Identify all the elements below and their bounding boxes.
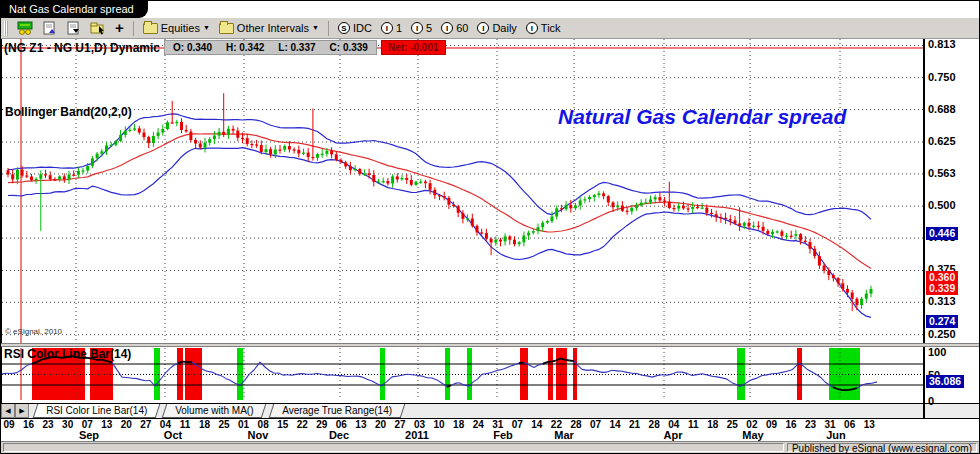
date-axis[interactable]: 0916233007132027041118250108152229061320…: [1, 419, 979, 441]
idc-label: IDC: [353, 22, 372, 34]
page-arrow-icon: [42, 21, 57, 35]
window-titlebar: Nat Gas Calendar spread: [1, 1, 979, 18]
rsi-panel: RSI Color Line Bar(14) 10050036.086: [1, 347, 979, 404]
price-axis-label: 0.813: [928, 38, 956, 51]
date-tick: 23: [43, 419, 54, 430]
folder-icon: [219, 23, 234, 34]
low-value: L: 0.337: [278, 42, 315, 53]
toolbar: + Equities ▼ Other Intervals ▼ S IDC I 1…: [1, 18, 979, 39]
month-label: Jun: [826, 429, 846, 441]
window-title-tab[interactable]: Nat Gas Calendar spread: [1, 1, 148, 18]
equities-dropdown[interactable]: Equities ▼: [141, 19, 212, 37]
toolbar-grip[interactable]: [4, 21, 8, 36]
main-chart-svg[interactable]: [2, 39, 924, 343]
tab-rsi-color-line-bar[interactable]: RSI Color Line Bar(14): [33, 404, 161, 418]
interval-5-label: 5: [426, 22, 432, 34]
rsi-svg[interactable]: [2, 347, 924, 403]
price-axis-label: 0.688: [928, 103, 956, 116]
date-tick: 13: [864, 419, 875, 430]
rsi-axis-label: 0: [928, 395, 934, 408]
month-label: Apr: [664, 429, 683, 441]
price-axis-label: 0.625: [928, 135, 956, 148]
chart-annotation[interactable]: Natural Gas Calendar spread: [558, 105, 846, 129]
folder-pointer-icon: [90, 21, 106, 35]
chevron-down-icon: ▼: [203, 23, 210, 33]
esignal-window: Nat Gas Calendar spread + Equities ▼ Oth…: [0, 0, 980, 454]
tabs-spacer: [402, 404, 923, 418]
price-axis-label: 0.250: [928, 328, 956, 341]
scroll-right-icon: ▶: [19, 407, 24, 415]
month-label: Dec: [329, 429, 349, 441]
interval-icon: I: [477, 22, 489, 34]
interval-tick-button[interactable]: I Tick: [524, 19, 563, 37]
scroll-left-icon: ◀: [5, 407, 10, 415]
date-tick: 13: [101, 419, 112, 430]
interval-icon: I: [381, 22, 393, 34]
bollinger-study-label[interactable]: Bollinger Band(20,2,0): [5, 105, 132, 119]
interval-icon: I: [411, 22, 423, 34]
publisher-label: Published by eSignal (www.esignal.com): [787, 443, 977, 452]
study-tabs-row: ◀ ▶ RSI Color Line Bar(14) Volume with M…: [1, 404, 979, 419]
idc-button[interactable]: S IDC: [336, 19, 374, 37]
toolbar-separator: [328, 21, 329, 36]
properties-button[interactable]: [88, 19, 108, 37]
ohlc-box: O: 0.340 H: 0.342 L: 0.337 C: 0.339: [164, 40, 377, 55]
price-axis[interactable]: 0.8130.7500.6880.6250.5630.5000.4380.375…: [923, 39, 979, 343]
net-change-badge: Net: -0.001: [381, 40, 446, 55]
rsi-value-badge: 36.086: [926, 375, 964, 388]
high-value: H: 0.342: [226, 42, 264, 53]
symbol-label: (NG Z1 - NG U1,D) Dynamic: [4, 41, 160, 55]
interval-1-button[interactable]: I 1: [379, 19, 404, 37]
date-tick: 14: [609, 419, 620, 430]
plus-icon: +: [115, 21, 124, 35]
rsi-axis[interactable]: 10050036.086: [923, 347, 979, 403]
date-tick: 13: [355, 419, 366, 430]
date-tick: 11: [688, 419, 699, 430]
date-tick: 22: [297, 419, 308, 430]
signal-manager-icon: [17, 21, 33, 35]
tab-volume-with-ma[interactable]: Volume with MA(): [162, 404, 267, 418]
other-intervals-label: Other Intervals: [237, 22, 309, 34]
price-axis-label: 0.750: [928, 71, 956, 84]
price-badge-0.274: 0.274: [926, 315, 958, 328]
month-label: 2011: [405, 429, 429, 441]
date-tick: 29: [316, 419, 327, 430]
interval-daily-button[interactable]: I Daily: [475, 19, 518, 37]
date-tick: 30: [62, 419, 73, 430]
date-tick: 20: [375, 419, 386, 430]
signal-manager-button[interactable]: [15, 19, 35, 37]
other-intervals-dropdown[interactable]: Other Intervals ▼: [217, 19, 321, 37]
price-axis-label: 0.563: [928, 167, 956, 180]
interval-60-label: 60: [456, 22, 468, 34]
chevron-down-icon: ▼: [312, 23, 319, 33]
add-button[interactable]: +: [113, 19, 126, 37]
tab-scroll-left-button[interactable]: ◀: [1, 404, 15, 418]
month-label: May: [742, 429, 763, 441]
date-tick: 20: [121, 419, 132, 430]
rsi-study-label[interactable]: RSI Color Line Bar(14): [4, 347, 131, 361]
tab-scroll-right-button[interactable]: ▶: [15, 404, 29, 418]
interval-tick-label: Tick: [541, 22, 561, 34]
close-value: C: 0.339: [330, 42, 368, 53]
date-tick: 24: [473, 419, 484, 430]
month-label: Feb: [493, 429, 513, 441]
interval-5-button[interactable]: I 5: [409, 19, 434, 37]
interval-icon: I: [526, 22, 538, 34]
interval-icon: I: [441, 22, 453, 34]
date-tick: 09: [3, 419, 14, 430]
window-title: Nat Gas Calendar spread: [9, 3, 134, 15]
date-tick: 14: [531, 419, 542, 430]
date-tick: 21: [629, 419, 640, 430]
paste-page-button[interactable]: [64, 19, 83, 37]
open-value: O: 0.340: [173, 42, 212, 53]
toolbar-separator: [133, 21, 134, 36]
interval-1-label: 1: [396, 22, 402, 34]
copyright-label: © eSignal, 2010: [5, 327, 62, 336]
date-tick: 10: [434, 419, 445, 430]
date-tick: 18: [199, 419, 210, 430]
month-label: Nov: [248, 429, 269, 441]
interval-60-button[interactable]: I 60: [439, 19, 470, 37]
tab-average-true-range[interactable]: Average True Range(14): [268, 404, 404, 418]
month-label: Mar: [554, 429, 574, 441]
copy-page-button[interactable]: [40, 19, 59, 37]
